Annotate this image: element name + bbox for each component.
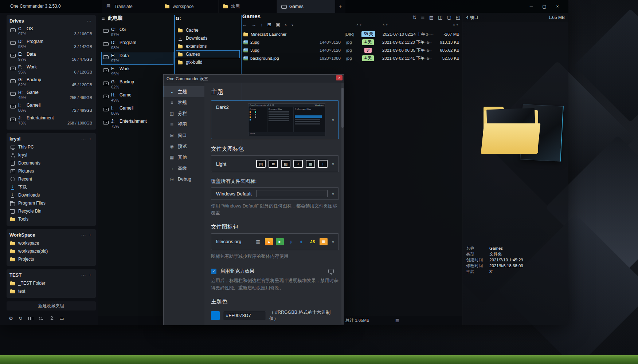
accent-color-swatch[interactable] (211, 311, 220, 320)
drive-item[interactable]: D: Program 98% 3 / 142GB (9, 38, 93, 51)
new-tab-button[interactable]: + (335, 0, 345, 13)
favorite-item[interactable]: Downloads (9, 191, 93, 199)
tab[interactable]: 炫黑 (219, 0, 277, 13)
sort-carets[interactable]: ∧ ∨ (383, 23, 388, 26)
drive-column-item[interactable]: F: Work 95% (101, 65, 173, 78)
settings-gear-icon[interactable]: ⚙ (9, 316, 13, 320)
caret-up-icon[interactable]: ∧ (285, 23, 287, 27)
favorite-item[interactable]: This PC (9, 143, 93, 151)
favorites-menu-button[interactable]: ⋯ (79, 232, 87, 238)
file-toolbar-icon[interactable]: ≣ (421, 15, 425, 20)
favorite-item[interactable]: Recycle Bin (9, 207, 93, 215)
favorites-add-button[interactable]: + (87, 136, 93, 142)
drive-column-item[interactable]: E: Data 97% (101, 52, 173, 65)
dialog-nav-item[interactable]: 预览 (164, 141, 204, 152)
drive-column-item[interactable]: I: GameⅡ 86% (101, 104, 173, 117)
caret-down-icon[interactable]: ∨ (456, 23, 458, 26)
minimize-button[interactable]: ─ (525, 0, 538, 13)
drive-item[interactable]: F: Work 95% 6 / 120GB (9, 63, 93, 76)
folder-pack-dropdown[interactable]: Light ▤≣▧♪▦↓ ∨ (211, 155, 339, 172)
favorite-item[interactable]: Documents (9, 159, 93, 167)
drives-menu-button[interactable]: ⋯ (85, 18, 93, 24)
favorite-item[interactable]: krysl (9, 151, 93, 159)
up-icon[interactable]: ↑ (261, 22, 263, 28)
hex-color-input[interactable] (223, 311, 266, 320)
favorite-item[interactable]: Pictures (9, 167, 93, 175)
theme-dropdown[interactable]: Dark2 One Commander v3.2.53 Windows Driv… (211, 100, 339, 139)
drive-item[interactable]: J: Entertainment 73% 268 / 1000GB (9, 114, 93, 127)
acrylic-checkbox[interactable]: ✓ (211, 269, 216, 274)
new-group-button[interactable]: 新建收藏夹组 (7, 301, 96, 310)
folder-item[interactable]: Cache (176, 26, 240, 34)
chevron-down-icon[interactable]: ∨ (332, 191, 334, 196)
new-folder-icon[interactable]: ⊞ (267, 22, 271, 28)
favorite-item[interactable]: 下载 (9, 183, 93, 191)
tab[interactable]: Translate (102, 0, 160, 13)
dialog-close-button[interactable]: × (336, 75, 343, 80)
window-frame-icon[interactable]: ▭ (60, 316, 64, 320)
caret-up-icon[interactable]: ∧ (356, 23, 359, 26)
dialog-nav-item[interactable]: 分栏 (164, 108, 204, 119)
folder-item[interactable]: gtk-build (176, 58, 240, 66)
favorites-add-button[interactable]: + (87, 272, 93, 278)
back-icon[interactable]: ← (242, 22, 247, 28)
chevron-down-icon[interactable]: ∨ (332, 162, 334, 166)
folder-item[interactable]: extensions (176, 42, 240, 50)
chevron-down-icon[interactable]: ∨ (332, 239, 334, 244)
favorite-item[interactable]: test (9, 287, 93, 295)
dialog-scrollbar[interactable] (341, 83, 344, 324)
search-icon[interactable] (39, 316, 44, 321)
dialog-nav-item[interactable]: 窗口 (164, 130, 204, 141)
file-toolbar-icon[interactable]: ⇅ (412, 15, 416, 20)
drive-item[interactable]: G: Backup 62% 45 / 120GB (9, 76, 93, 89)
status-grid-icon[interactable]: ▦ (395, 318, 399, 323)
favorite-item[interactable]: Projects (9, 255, 93, 263)
favorites-add-button[interactable]: + (87, 232, 93, 238)
caret-down-icon[interactable]: ∨ (360, 23, 362, 26)
sort-carets[interactable]: ∧ ∨ (453, 23, 458, 26)
favorite-item[interactable]: workspace (9, 239, 93, 247)
tab[interactable]: Games (277, 0, 335, 13)
columns-layout-icon[interactable] (28, 316, 33, 321)
caret-up-icon[interactable]: ∧ (453, 23, 455, 26)
caret-down-icon[interactable]: ∨ (386, 23, 388, 26)
scrollbar-thumb[interactable] (341, 88, 344, 128)
favorite-item[interactable]: _TEST Folder (9, 279, 93, 287)
drive-item[interactable]: C: OS 97% 3 / 106GB (9, 25, 93, 38)
close-button[interactable]: × (551, 0, 564, 13)
dialog-nav-item[interactable]: Debug (164, 174, 204, 185)
favorites-menu-button[interactable]: ⋯ (79, 272, 87, 278)
drive-item[interactable]: I: GameⅡ 86% 72 / 499GB (9, 102, 93, 114)
favorite-item[interactable]: workspace(old) (9, 247, 93, 255)
drive-column-item[interactable]: G: Backup 62% (101, 78, 173, 91)
override-dropdown[interactable]: Windows Default ∨ (211, 187, 339, 200)
favorite-item[interactable]: Program Files (9, 199, 93, 207)
folder-item[interactable]: Games (176, 50, 240, 58)
user-icon[interactable] (49, 316, 54, 321)
feedback-bubble-icon[interactable] (328, 269, 334, 273)
dialog-nav-item[interactable]: 高级 (164, 163, 204, 174)
file-row[interactable]: 2.jpg 1440×3120 jpg 4 天 2021-09-02 11:20… (242, 38, 461, 46)
folder-nav-icon[interactable]: ▣ (275, 22, 280, 28)
file-toolbar-icon[interactable]: ◫ (438, 15, 442, 20)
sort-carets[interactable]: ∧ ∨ (356, 23, 362, 26)
dialog-nav-item[interactable]: 主题 (164, 86, 204, 97)
forward-icon[interactable]: → (251, 22, 256, 28)
folder-item[interactable]: Downloads (176, 34, 240, 42)
drive-item[interactable]: H: Game 49% 255 / 499GB (9, 89, 93, 102)
dialog-nav-item[interactable]: 视图 (164, 119, 204, 130)
tab[interactable]: workspace (160, 0, 219, 13)
drive-column-item[interactable]: J: Entertainment 73% (101, 117, 173, 130)
favorite-item[interactable]: Recent (9, 175, 93, 183)
file-pack-dropdown[interactable]: fileicons.org ≣▲▶♪◐JS▦ ∨ (211, 233, 339, 250)
dialog-nav-item[interactable]: 常规 (164, 97, 204, 108)
caret-down-icon[interactable]: ∨ (291, 23, 294, 27)
drive-item[interactable]: E: Data 97% 16 / 475GB (9, 51, 93, 63)
drive-column-item[interactable]: H: Game 49% (101, 91, 173, 104)
file-row[interactable]: background.jpg 1920×1080 jpg 4 天 2021-09… (242, 54, 461, 62)
file-toolbar-icon[interactable]: ▤ (429, 15, 434, 20)
file-toolbar-icon[interactable]: ◰ (456, 15, 460, 20)
chevron-down-icon[interactable]: ∨ (332, 118, 334, 122)
file-toolbar-icon[interactable]: ▢ (447, 15, 451, 20)
dialog-nav-item[interactable]: 其他 (164, 152, 204, 163)
